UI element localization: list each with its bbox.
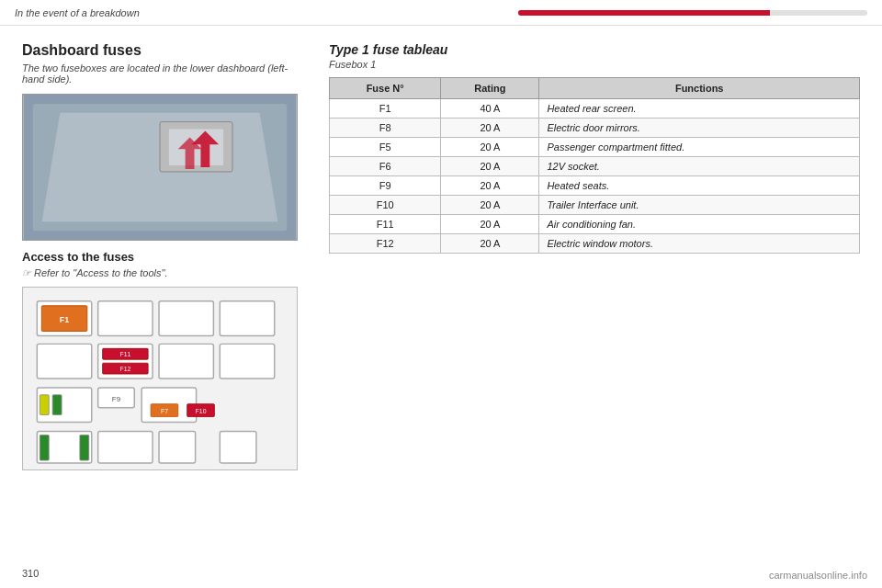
svg-text:F10: F10 xyxy=(196,408,207,414)
section-title: Dashboard fuses xyxy=(22,42,307,59)
rating-cell: 20 A xyxy=(441,157,539,176)
svg-rect-26 xyxy=(52,395,62,415)
progress-fill xyxy=(518,10,770,16)
function-cell: Electric door mirrors. xyxy=(539,119,860,138)
svg-text:F7: F7 xyxy=(161,408,168,414)
fuse-number-cell: F6 xyxy=(330,157,441,176)
type-title: Type 1 fuse tableau xyxy=(329,42,860,57)
rating-cell: 20 A xyxy=(441,196,539,215)
fuse-diagram: F1 F11 F12 F9 xyxy=(22,287,298,470)
section-subtitle: The two fuseboxes are located in the low… xyxy=(22,62,307,85)
function-cell: Passenger compartment fitted. xyxy=(539,138,860,157)
fuse-number-cell: F1 xyxy=(330,99,441,119)
fuse-table: Fuse N° Rating Functions F140 AHeated re… xyxy=(329,77,860,254)
rating-cell: 20 A xyxy=(441,215,539,234)
fusebox-label: Fusebox 1 xyxy=(329,59,860,70)
svg-text:F12: F12 xyxy=(119,366,130,372)
fuse-number-cell: F10 xyxy=(330,196,441,215)
col-rating: Rating xyxy=(441,78,539,99)
fuse-number-cell: F9 xyxy=(330,176,441,196)
function-cell: Heated seats. xyxy=(539,176,860,196)
header-title: In the event of a breakdown xyxy=(15,7,140,18)
table-row: F1120 AAir conditioning fan. xyxy=(330,215,860,234)
table-row: F520 APassenger compartment fitted. xyxy=(330,138,860,157)
svg-rect-20 xyxy=(159,344,213,379)
fuse-number-cell: F5 xyxy=(330,138,441,157)
svg-rect-34 xyxy=(159,431,196,463)
svg-rect-35 xyxy=(220,431,256,463)
svg-rect-25 xyxy=(40,395,49,415)
right-column: Type 1 fuse tableau Fusebox 1 Fuse N° Ra… xyxy=(329,42,860,470)
table-row: F1220 AElectric window motors. xyxy=(330,234,860,254)
fuse-number-cell: F8 xyxy=(330,119,441,138)
car-image xyxy=(22,94,298,241)
svg-text:F9: F9 xyxy=(112,395,121,403)
table-row: F140 AHeated rear screen. xyxy=(330,99,860,119)
svg-rect-9 xyxy=(98,301,153,336)
function-cell: Trailer Interface unit. xyxy=(539,196,860,215)
car-image-svg xyxy=(23,95,297,240)
rating-cell: 20 A xyxy=(441,119,539,138)
table-row: F1020 ATrailer Interface unit. xyxy=(330,196,860,215)
fuse-number-cell: F11 xyxy=(330,215,441,234)
col-functions: Functions xyxy=(539,78,860,99)
svg-rect-33 xyxy=(98,431,153,463)
access-title: Access to the fuses xyxy=(22,250,307,264)
rating-cell: 20 A xyxy=(441,138,539,157)
fuse-diagram-svg: F1 F11 F12 F9 xyxy=(23,288,297,469)
svg-text:F11: F11 xyxy=(119,351,130,357)
header-bar: In the event of a breakdown xyxy=(0,0,882,26)
svg-rect-37 xyxy=(80,435,89,460)
function-cell: Heated rear screen. xyxy=(539,99,860,119)
page-number: 310 xyxy=(22,568,39,579)
function-cell: 12V socket. xyxy=(539,157,860,176)
progress-bar xyxy=(518,10,867,16)
rating-cell: 20 A xyxy=(441,234,539,254)
svg-rect-11 xyxy=(220,301,274,336)
table-row: F920 AHeated seats. xyxy=(330,176,860,196)
svg-rect-10 xyxy=(159,301,213,336)
left-column: Dashboard fuses The two fuseboxes are lo… xyxy=(22,42,307,470)
access-note: Refer to "Access to the tools". xyxy=(22,267,307,279)
fuse-number-cell: F12 xyxy=(330,234,441,254)
table-row: F620 A12V socket. xyxy=(330,157,860,176)
col-fuse-number: Fuse N° xyxy=(330,78,441,99)
function-cell: Air conditioning fan. xyxy=(539,215,860,234)
svg-rect-36 xyxy=(40,435,49,460)
function-cell: Electric window motors. xyxy=(539,234,860,254)
table-row: F820 AElectric door mirrors. xyxy=(330,119,860,138)
svg-rect-14 xyxy=(37,344,91,379)
main-content: Dashboard fuses The two fuseboxes are lo… xyxy=(0,26,882,480)
rating-cell: 40 A xyxy=(441,99,539,119)
svg-text:F1: F1 xyxy=(60,315,69,324)
svg-rect-21 xyxy=(220,344,274,379)
rating-cell: 20 A xyxy=(441,176,539,196)
watermark: carmanualsonline.info xyxy=(769,570,867,581)
